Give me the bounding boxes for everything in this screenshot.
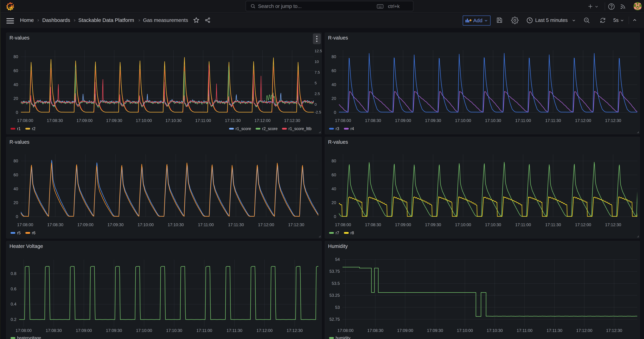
svg-text:12.5: 12.5 (314, 49, 322, 53)
svg-text:r7: r7 (336, 231, 339, 235)
svg-text:r6: r6 (32, 231, 35, 235)
svg-text:17:10:00: 17:10:00 (136, 328, 152, 333)
svg-text:17:08:00: 17:08:00 (335, 222, 351, 227)
svg-text:60: 60 (332, 172, 336, 177)
svg-text:17:10:30: 17:10:30 (487, 328, 503, 333)
svg-text:r2: r2 (32, 126, 35, 131)
svg-text:0.2: 0.2 (11, 317, 16, 322)
svg-text:17:08:30: 17:08:30 (365, 222, 381, 227)
svg-text:17:09:30: 17:09:30 (106, 328, 122, 333)
svg-text:53.5: 53.5 (332, 281, 340, 286)
svg-text:53.25: 53.25 (330, 293, 340, 298)
svg-text:17:11:30: 17:11:30 (545, 118, 561, 123)
svg-text:17:08:30: 17:08:30 (365, 118, 381, 123)
svg-text:17:12:30: 17:12:30 (605, 222, 621, 227)
svg-text:0: 0 (334, 110, 336, 115)
svg-text:r4: r4 (350, 126, 354, 131)
svg-text:17:12:00: 17:12:00 (575, 222, 591, 227)
svg-text:17:11:30: 17:11:30 (545, 222, 561, 227)
svg-text:80: 80 (332, 158, 336, 163)
svg-text:17:11:30: 17:11:30 (546, 328, 562, 333)
svg-text:17:11:00: 17:11:00 (515, 222, 531, 227)
svg-text:17:09:30: 17:09:30 (427, 328, 443, 333)
svg-text:17:08:30: 17:08:30 (47, 222, 63, 227)
svg-text:10: 10 (314, 60, 319, 64)
svg-text:17:12:00: 17:12:00 (258, 222, 274, 227)
svg-text:40: 40 (332, 82, 336, 87)
svg-text:40: 40 (14, 186, 18, 191)
svg-text:17:11:00: 17:11:00 (195, 118, 211, 123)
svg-text:17:12:30: 17:12:30 (288, 222, 304, 227)
svg-text:17:09:30: 17:09:30 (108, 222, 124, 227)
svg-text:17:10:00: 17:10:00 (457, 328, 473, 333)
svg-text:17:09:00: 17:09:00 (76, 118, 92, 123)
svg-text:17:08:00: 17:08:00 (17, 118, 33, 123)
svg-text:17:12:00: 17:12:00 (256, 328, 272, 333)
svg-text:r2_score: r2_score (262, 126, 278, 131)
svg-text:17:12:30: 17:12:30 (287, 328, 303, 333)
svg-text:17:10:30: 17:10:30 (166, 118, 182, 123)
svg-text:60: 60 (14, 68, 18, 73)
svg-text:17:12:30: 17:12:30 (284, 118, 300, 123)
svg-text:0: 0 (314, 102, 317, 106)
svg-text:17:08:30: 17:08:30 (47, 118, 63, 123)
svg-text:17:10:00: 17:10:00 (138, 222, 154, 227)
svg-text:r1: r1 (17, 126, 20, 131)
svg-text:r5: r5 (17, 231, 20, 235)
svg-text:r1_score: r1_score (236, 126, 251, 131)
svg-text:80: 80 (14, 158, 18, 163)
svg-text:17:10:30: 17:10:30 (166, 328, 182, 333)
svg-text:17:09:00: 17:09:00 (77, 222, 93, 227)
svg-text:r8: r8 (350, 231, 354, 235)
svg-text:17:11:30: 17:11:30 (228, 222, 244, 227)
svg-text:17:12:00: 17:12:00 (254, 118, 270, 123)
svg-text:17:08:30: 17:08:30 (367, 328, 383, 333)
svg-text:17:09:30: 17:09:30 (106, 118, 122, 123)
svg-text:17:09:00: 17:09:00 (395, 222, 411, 227)
svg-text:17:09:00: 17:09:00 (76, 328, 92, 333)
svg-text:40: 40 (332, 186, 336, 191)
svg-text:80: 80 (14, 54, 18, 59)
svg-text:17:12:30: 17:12:30 (605, 118, 621, 123)
svg-text:humidity: humidity (336, 336, 350, 339)
svg-text:53.75: 53.75 (330, 269, 340, 274)
svg-text:17:12:30: 17:12:30 (606, 328, 622, 333)
svg-text:2.5: 2.5 (314, 92, 320, 96)
svg-text:20: 20 (332, 200, 336, 205)
svg-text:7.5: 7.5 (314, 70, 320, 74)
svg-text:17:08:30: 17:08:30 (46, 328, 62, 333)
svg-text:17:10:30: 17:10:30 (485, 222, 501, 227)
svg-text:17:11:00: 17:11:00 (198, 222, 214, 227)
svg-text:5: 5 (314, 81, 317, 85)
svg-text:0.8: 0.8 (11, 271, 16, 276)
svg-text:17:10:00: 17:10:00 (136, 118, 152, 123)
svg-text:0: 0 (334, 214, 336, 219)
svg-text:17:11:30: 17:11:30 (225, 118, 241, 123)
svg-text:54: 54 (335, 257, 340, 262)
svg-text:17:10:00: 17:10:00 (455, 222, 471, 227)
svg-text:60: 60 (14, 172, 18, 177)
svg-text:17:08:00: 17:08:00 (335, 118, 351, 123)
svg-text:17:09:30: 17:09:30 (425, 118, 441, 123)
svg-text:17:08:00: 17:08:00 (16, 328, 32, 333)
svg-text:17:10:30: 17:10:30 (168, 222, 184, 227)
svg-text:80: 80 (332, 54, 336, 59)
svg-text:40: 40 (14, 82, 18, 87)
svg-text:17:11:00: 17:11:00 (515, 118, 531, 123)
svg-text:52.75: 52.75 (330, 317, 340, 322)
svg-text:r1_score_lttb: r1_score_lttb (288, 126, 312, 131)
svg-text:60: 60 (332, 68, 336, 73)
svg-text:0.4: 0.4 (11, 302, 16, 306)
svg-text:17:09:00: 17:09:00 (395, 118, 411, 123)
svg-text:17:11:00: 17:11:00 (517, 328, 532, 333)
svg-text:17:08:00: 17:08:00 (337, 328, 354, 333)
svg-text:17:12:00: 17:12:00 (575, 118, 591, 123)
svg-text:53: 53 (335, 305, 340, 310)
svg-text:0.6: 0.6 (11, 286, 16, 291)
svg-text:17:09:00: 17:09:00 (397, 328, 413, 333)
svg-text:20: 20 (14, 200, 18, 205)
svg-text:17:08:00: 17:08:00 (17, 222, 33, 227)
svg-text:20: 20 (332, 96, 336, 101)
svg-text:17:11:00: 17:11:00 (196, 328, 212, 333)
svg-text:0: 0 (16, 110, 18, 115)
